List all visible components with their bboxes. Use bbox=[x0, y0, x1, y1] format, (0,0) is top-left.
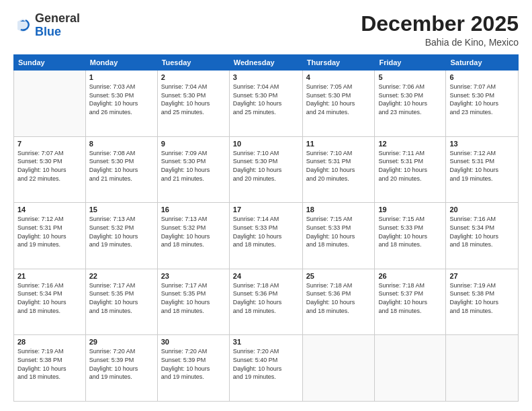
day-number: 8 bbox=[89, 140, 154, 148]
day-number: 30 bbox=[161, 338, 226, 346]
calendar-cell-w5-d1: 29Sunrise: 7:20 AM Sunset: 5:39 PM Dayli… bbox=[85, 335, 157, 402]
day-number: 14 bbox=[17, 205, 82, 214]
col-tuesday: Tuesday bbox=[157, 55, 229, 71]
day-info: Sunrise: 7:11 AM Sunset: 5:31 PM Dayligh… bbox=[378, 149, 442, 183]
week-row-2: 7Sunrise: 7:07 AM Sunset: 5:30 PM Daylig… bbox=[14, 136, 519, 203]
day-number: 7 bbox=[17, 140, 82, 148]
col-friday: Friday bbox=[375, 55, 446, 71]
day-number: 22 bbox=[89, 272, 154, 280]
day-info: Sunrise: 7:10 AM Sunset: 5:30 PM Dayligh… bbox=[233, 149, 299, 183]
day-info: Sunrise: 7:16 AM Sunset: 5:34 PM Dayligh… bbox=[449, 215, 515, 248]
calendar-cell-w5-d0: 28Sunrise: 7:19 AM Sunset: 5:38 PM Dayli… bbox=[14, 335, 86, 402]
calendar-cell-w3-d2: 16Sunrise: 7:13 AM Sunset: 5:32 PM Dayli… bbox=[157, 203, 229, 269]
day-number: 1 bbox=[89, 73, 154, 81]
day-number: 10 bbox=[233, 140, 299, 148]
day-info: Sunrise: 7:20 AM Sunset: 5:40 PM Dayligh… bbox=[233, 347, 299, 381]
col-wednesday: Wednesday bbox=[229, 55, 302, 71]
calendar-cell-w5-d2: 30Sunrise: 7:20 AM Sunset: 5:39 PM Dayli… bbox=[157, 335, 229, 402]
day-info: Sunrise: 7:07 AM Sunset: 5:30 PM Dayligh… bbox=[449, 83, 515, 116]
day-info: Sunrise: 7:20 AM Sunset: 5:39 PM Dayligh… bbox=[161, 347, 226, 381]
day-info: Sunrise: 7:13 AM Sunset: 5:32 PM Dayligh… bbox=[161, 215, 226, 248]
calendar-cell-w3-d0: 14Sunrise: 7:12 AM Sunset: 5:31 PM Dayli… bbox=[14, 203, 86, 269]
calendar-cell-w2-d2: 9Sunrise: 7:09 AM Sunset: 5:30 PM Daylig… bbox=[157, 136, 229, 203]
day-info: Sunrise: 7:17 AM Sunset: 5:35 PM Dayligh… bbox=[89, 281, 154, 315]
day-info: Sunrise: 7:18 AM Sunset: 5:37 PM Dayligh… bbox=[378, 281, 442, 315]
calendar-cell-w5-d6 bbox=[446, 335, 519, 402]
day-number: 11 bbox=[306, 140, 371, 148]
day-info: Sunrise: 7:19 AM Sunset: 5:38 PM Dayligh… bbox=[449, 281, 515, 315]
day-info: Sunrise: 7:03 AM Sunset: 5:30 PM Dayligh… bbox=[89, 83, 154, 116]
calendar-cell-w4-d3: 24Sunrise: 7:18 AM Sunset: 5:36 PM Dayli… bbox=[229, 269, 302, 335]
day-number: 2 bbox=[161, 73, 226, 81]
calendar-cell-w5-d5 bbox=[375, 335, 446, 402]
day-number: 12 bbox=[378, 140, 442, 148]
day-info: Sunrise: 7:16 AM Sunset: 5:34 PM Dayligh… bbox=[17, 281, 82, 315]
logo: General Blue bbox=[13, 12, 80, 39]
day-number: 15 bbox=[89, 205, 154, 214]
calendar-cell-w3-d1: 15Sunrise: 7:13 AM Sunset: 5:32 PM Dayli… bbox=[85, 203, 157, 269]
day-number: 16 bbox=[161, 205, 226, 214]
day-number: 25 bbox=[306, 272, 371, 280]
calendar-cell-w3-d6: 20Sunrise: 7:16 AM Sunset: 5:34 PM Dayli… bbox=[446, 203, 519, 269]
day-info: Sunrise: 7:13 AM Sunset: 5:32 PM Dayligh… bbox=[89, 215, 154, 248]
month-title: December 2025 bbox=[361, 12, 519, 36]
calendar-cell-w4-d4: 25Sunrise: 7:18 AM Sunset: 5:36 PM Dayli… bbox=[302, 269, 375, 335]
day-number: 23 bbox=[161, 272, 226, 280]
calendar: Sunday Monday Tuesday Wednesday Thursday… bbox=[13, 54, 519, 402]
day-info: Sunrise: 7:20 AM Sunset: 5:39 PM Dayligh… bbox=[89, 347, 154, 381]
logo-icon bbox=[13, 16, 32, 35]
day-info: Sunrise: 7:05 AM Sunset: 5:30 PM Dayligh… bbox=[306, 83, 371, 116]
day-number: 24 bbox=[233, 272, 299, 280]
day-info: Sunrise: 7:07 AM Sunset: 5:30 PM Dayligh… bbox=[17, 149, 82, 183]
day-number: 28 bbox=[17, 338, 82, 346]
day-info: Sunrise: 7:18 AM Sunset: 5:36 PM Dayligh… bbox=[233, 281, 299, 315]
calendar-cell-w1-d2: 2Sunrise: 7:04 AM Sunset: 5:30 PM Daylig… bbox=[157, 71, 229, 137]
calendar-cell-w5-d3: 31Sunrise: 7:20 AM Sunset: 5:40 PM Dayli… bbox=[229, 335, 302, 402]
week-row-1: 1Sunrise: 7:03 AM Sunset: 5:30 PM Daylig… bbox=[14, 71, 519, 137]
day-info: Sunrise: 7:10 AM Sunset: 5:31 PM Dayligh… bbox=[306, 149, 371, 183]
calendar-header-row: Sunday Monday Tuesday Wednesday Thursday… bbox=[14, 55, 519, 71]
calendar-cell-w4-d5: 26Sunrise: 7:18 AM Sunset: 5:37 PM Dayli… bbox=[375, 269, 446, 335]
header-row: General Blue December 2025 Bahia de Kino… bbox=[13, 12, 519, 48]
calendar-cell-w4-d2: 23Sunrise: 7:17 AM Sunset: 5:35 PM Dayli… bbox=[157, 269, 229, 335]
calendar-cell-w2-d4: 11Sunrise: 7:10 AM Sunset: 5:31 PM Dayli… bbox=[302, 136, 375, 203]
calendar-cell-w1-d6: 6Sunrise: 7:07 AM Sunset: 5:30 PM Daylig… bbox=[446, 71, 519, 137]
logo-blue: Blue bbox=[35, 26, 80, 39]
day-number: 21 bbox=[17, 272, 82, 280]
calendar-cell-w2-d6: 13Sunrise: 7:12 AM Sunset: 5:31 PM Dayli… bbox=[446, 136, 519, 203]
page: General Blue December 2025 Bahia de Kino… bbox=[0, 0, 532, 411]
calendar-cell-w3-d4: 18Sunrise: 7:15 AM Sunset: 5:33 PM Dayli… bbox=[302, 203, 375, 269]
day-number: 9 bbox=[161, 140, 226, 148]
day-info: Sunrise: 7:17 AM Sunset: 5:35 PM Dayligh… bbox=[161, 281, 226, 315]
calendar-cell-w1-d0 bbox=[14, 71, 86, 137]
day-number: 19 bbox=[378, 205, 442, 214]
day-info: Sunrise: 7:04 AM Sunset: 5:30 PM Dayligh… bbox=[233, 83, 299, 116]
day-number: 3 bbox=[233, 73, 299, 81]
location-title: Bahia de Kino, Mexico bbox=[361, 37, 519, 48]
day-info: Sunrise: 7:12 AM Sunset: 5:31 PM Dayligh… bbox=[17, 215, 82, 248]
day-number: 4 bbox=[306, 73, 371, 81]
col-thursday: Thursday bbox=[302, 55, 375, 71]
week-row-4: 21Sunrise: 7:16 AM Sunset: 5:34 PM Dayli… bbox=[14, 269, 519, 335]
day-number: 31 bbox=[233, 338, 299, 346]
calendar-cell-w3-d5: 19Sunrise: 7:15 AM Sunset: 5:33 PM Dayli… bbox=[375, 203, 446, 269]
week-row-5: 28Sunrise: 7:19 AM Sunset: 5:38 PM Dayli… bbox=[14, 335, 519, 402]
calendar-cell-w3-d3: 17Sunrise: 7:14 AM Sunset: 5:33 PM Dayli… bbox=[229, 203, 302, 269]
day-info: Sunrise: 7:06 AM Sunset: 5:30 PM Dayligh… bbox=[378, 83, 442, 116]
calendar-cell-w4-d6: 27Sunrise: 7:19 AM Sunset: 5:38 PM Dayli… bbox=[446, 269, 519, 335]
calendar-cell-w1-d1: 1Sunrise: 7:03 AM Sunset: 5:30 PM Daylig… bbox=[85, 71, 157, 137]
day-info: Sunrise: 7:04 AM Sunset: 5:30 PM Dayligh… bbox=[161, 83, 226, 116]
day-info: Sunrise: 7:12 AM Sunset: 5:31 PM Dayligh… bbox=[449, 149, 515, 183]
calendar-cell-w2-d5: 12Sunrise: 7:11 AM Sunset: 5:31 PM Dayli… bbox=[375, 136, 446, 203]
calendar-cell-w4-d0: 21Sunrise: 7:16 AM Sunset: 5:34 PM Dayli… bbox=[14, 269, 86, 335]
day-number: 18 bbox=[306, 205, 371, 214]
day-info: Sunrise: 7:08 AM Sunset: 5:30 PM Dayligh… bbox=[89, 149, 154, 183]
day-number: 6 bbox=[449, 73, 515, 81]
calendar-cell-w2-d0: 7Sunrise: 7:07 AM Sunset: 5:30 PM Daylig… bbox=[14, 136, 86, 203]
calendar-cell-w1-d3: 3Sunrise: 7:04 AM Sunset: 5:30 PM Daylig… bbox=[229, 71, 302, 137]
calendar-cell-w4-d1: 22Sunrise: 7:17 AM Sunset: 5:35 PM Dayli… bbox=[85, 269, 157, 335]
day-info: Sunrise: 7:09 AM Sunset: 5:30 PM Dayligh… bbox=[161, 149, 226, 183]
day-info: Sunrise: 7:18 AM Sunset: 5:36 PM Dayligh… bbox=[306, 281, 371, 315]
title-block: December 2025 Bahia de Kino, Mexico bbox=[361, 12, 519, 48]
day-number: 17 bbox=[233, 205, 299, 214]
